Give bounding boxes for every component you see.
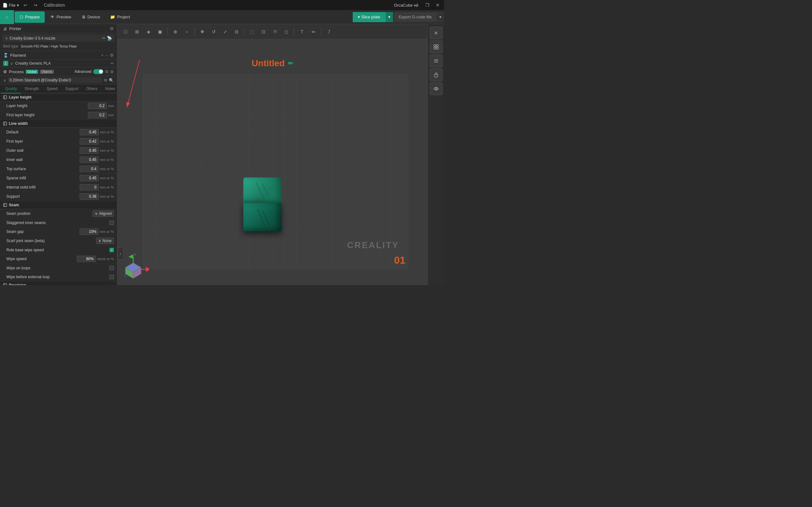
unit-internal-solid-infill: mm or %: [100, 185, 114, 189]
unit-layer-height: mm: [108, 104, 114, 108]
process-settings-icon[interactable]: ⚙: [110, 69, 114, 74]
input-seam-gap[interactable]: [80, 228, 99, 235]
input-default[interactable]: [80, 129, 99, 135]
filament-remove-btn[interactable]: −: [105, 53, 108, 58]
right-layout-btn[interactable]: [430, 41, 443, 53]
checkbox-staggered-inner-seams[interactable]: [109, 221, 114, 225]
project-title-edit-icon[interactable]: ✏: [288, 60, 293, 67]
vp-rotate-btn[interactable]: ↺: [209, 26, 219, 37]
filament-icon: 🧵: [3, 53, 8, 58]
right-list-btn[interactable]: [430, 55, 443, 67]
preview-btn[interactable]: 👁 Preview: [45, 10, 76, 24]
undo-btn[interactable]: ↩: [21, 2, 29, 8]
left-panel: 🖨 Printer ⚙ ∨ Creality Ender-3 0.4 nozzl…: [0, 24, 117, 285]
device-btn[interactable]: 🖥 Device: [77, 10, 105, 24]
input-layer-height[interactable]: [88, 103, 107, 109]
vp-share-btn[interactable]: ⤴: [324, 26, 334, 37]
group-precision[interactable]: Precision: [0, 281, 117, 285]
filament-add-btn[interactable]: +: [101, 53, 104, 58]
checkbox-wipe-before-external-loop[interactable]: [109, 275, 114, 279]
row-wipe-before-external-loop: Wipe before external loop: [0, 273, 117, 281]
vp-split-btn[interactable]: ⊡: [258, 26, 269, 37]
export-btn[interactable]: Export G-code file: [394, 12, 437, 22]
checkbox-role-base-wipe-speed[interactable]: [109, 248, 114, 252]
input-first-layer-lw[interactable]: [80, 138, 99, 145]
tab-notes[interactable]: Notes: [101, 84, 117, 94]
printer-edit-icon[interactable]: ✏: [102, 36, 106, 41]
input-first-layer-height[interactable]: [88, 112, 107, 118]
vp-flatten-btn[interactable]: ⊟: [232, 26, 242, 37]
vp-text-btn[interactable]: T: [297, 26, 307, 37]
maximize-btn[interactable]: ❐: [423, 2, 432, 8]
printer-select[interactable]: ∨ Creality Ender-3 0.4 nozzle ✏ 📡: [3, 35, 114, 42]
export-dropdown-btn[interactable]: ▾: [437, 12, 444, 22]
vp-bool-btn[interactable]: ⊓: [270, 26, 280, 37]
tab-quality[interactable]: Quality: [1, 84, 20, 94]
advanced-toggle[interactable]: [93, 69, 103, 74]
vp-shell-btn[interactable]: ◻: [281, 26, 292, 37]
label-seam-gap: Seam gap: [6, 229, 80, 234]
svg-point-36: [435, 88, 437, 90]
close-window-btn[interactable]: ✕: [434, 2, 442, 8]
home-btn[interactable]: ⌂: [0, 10, 14, 24]
project-btn[interactable]: 📁 Project: [105, 10, 135, 24]
input-outer-wall[interactable]: [80, 147, 99, 154]
slice-dropdown-btn[interactable]: ▾: [386, 12, 393, 22]
group-layer-height[interactable]: Layer height: [0, 94, 117, 101]
right-lock-btn[interactable]: [430, 68, 443, 81]
prepare-btn[interactable]: ⬡ Prepare: [14, 11, 45, 23]
vp-arrange-btn[interactable]: ⬚: [247, 26, 257, 37]
device-label: Device: [88, 14, 100, 19]
profile-search-icon[interactable]: 🔍: [109, 78, 114, 83]
right-eye-btn[interactable]: [430, 82, 443, 95]
filament-settings-icon[interactable]: ⚙: [110, 53, 114, 58]
input-sparse-infill[interactable]: [80, 175, 99, 181]
vp-solid-btn[interactable]: ▣: [155, 26, 165, 37]
tag-global[interactable]: Global: [26, 70, 38, 74]
vp-move-btn[interactable]: ✥: [197, 26, 207, 37]
vp-grid-btn[interactable]: ⊞: [132, 26, 142, 37]
redo-btn[interactable]: ↪: [32, 2, 39, 8]
tag-objects[interactable]: Objects: [40, 70, 54, 74]
slice-btn[interactable]: ▾ Slice plate: [353, 12, 386, 22]
profile-copy-icon[interactable]: ⧉: [104, 78, 107, 83]
tab-others[interactable]: Others: [82, 84, 101, 94]
vp-orient-btn[interactable]: ⊕: [170, 26, 181, 37]
input-inner-wall[interactable]: [80, 157, 99, 163]
vp-measure-btn[interactable]: ⇔: [308, 26, 318, 37]
app-title-text: OrcaCube v2: [394, 3, 418, 8]
printer-name: Creality Ender-3 0.4 nozzle: [9, 36, 102, 41]
group-line-width[interactable]: Line width: [0, 120, 117, 128]
input-top-surface[interactable]: [80, 166, 99, 172]
printer-settings-icon[interactable]: ⚙: [110, 26, 114, 31]
tab-support[interactable]: Support: [61, 84, 82, 94]
input-wipe-speed[interactable]: [77, 256, 96, 262]
group-seam[interactable]: Seam: [0, 201, 117, 209]
panel-collapse-btn[interactable]: ‹: [117, 247, 124, 260]
unit-top-surface: mm or %: [100, 167, 114, 171]
file-menu[interactable]: 📄 File ▾: [3, 3, 19, 8]
filament-controls: + − ⚙: [101, 53, 114, 58]
process-copy-icon[interactable]: ⧉: [105, 69, 108, 74]
input-internal-solid-infill[interactable]: [80, 184, 99, 190]
dropdown-scarf-joint-seam[interactable]: ∨ None: [96, 238, 114, 244]
app-title: OrcaCube v2: [394, 3, 418, 8]
printer-wifi-icon[interactable]: 📡: [107, 36, 112, 41]
tab-speed[interactable]: Speed: [43, 84, 61, 94]
vp-cube-btn[interactable]: ⬡: [120, 26, 131, 37]
checkbox-wipe-on-loops[interactable]: [109, 266, 114, 270]
calibration-btn[interactable]: Calibration: [42, 2, 67, 8]
row-wipe-on-loops: Wipe on loops: [0, 264, 117, 273]
tab-strength[interactable]: Strength: [20, 84, 43, 94]
input-support[interactable]: [80, 193, 99, 200]
viewport-toolbar: ⬡ ⊞ ◈ ▣ ⊕ ○ ✥ ↺ ⤢ ⊟ ⬚ ⊡ ⊓ ◻ T ⇔ ⤴: [117, 24, 427, 39]
dropdown-seam-position[interactable]: ∨ Aligned: [93, 210, 114, 217]
filament-edit-icon[interactable]: ✏: [111, 61, 114, 66]
row-staggered-inner-seams: Staggered inner seams: [0, 218, 117, 227]
main-toolbar: ⌂ ⬡ Prepare 👁 Preview 🖥 Device 📁 Project…: [0, 10, 444, 24]
vp-scale-btn[interactable]: ⤢: [220, 26, 230, 37]
process-section-header: ⚙ Process Global Objects Advanced ⧉ ⚙: [0, 67, 117, 76]
right-close-btn[interactable]: ✕: [430, 26, 443, 39]
vp-wireframe-btn[interactable]: ◈: [143, 26, 154, 37]
vp-empty-btn[interactable]: ○: [182, 26, 192, 37]
